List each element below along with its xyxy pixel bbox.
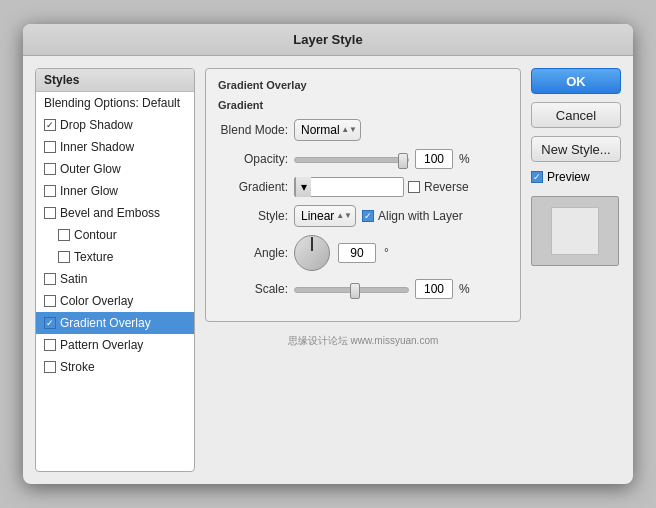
color-overlay-label: Color Overlay (60, 294, 133, 308)
angle-input[interactable] (338, 243, 376, 263)
dial-line (311, 237, 313, 251)
align-check-label: Align with Layer (362, 209, 463, 223)
reverse-label: Reverse (424, 180, 469, 194)
opacity-percent: % (459, 152, 470, 166)
pattern-overlay-label: Pattern Overlay (60, 338, 143, 352)
bevel-emboss-checkbox[interactable] (44, 207, 56, 219)
inner-shadow-label: Inner Shadow (60, 140, 134, 154)
sidebar-item-texture[interactable]: Texture (36, 246, 194, 268)
layer-style-dialog: Layer Style Styles Blending Options: Def… (23, 24, 633, 484)
style-select[interactable]: Linear (294, 205, 356, 227)
sidebar-item-contour[interactable]: Contour (36, 224, 194, 246)
cancel-button[interactable]: Cancel (531, 102, 621, 128)
dialog-title: Layer Style (23, 24, 633, 56)
stroke-label: Stroke (60, 360, 95, 374)
angle-row: Angle: ° (218, 235, 508, 271)
scale-input[interactable] (415, 279, 453, 299)
ok-button[interactable]: OK (531, 68, 621, 94)
sidebar-item-inner-glow[interactable]: Inner Glow (36, 180, 194, 202)
angle-row-inner: ° (294, 235, 389, 271)
preview-box (531, 196, 619, 266)
drop-shadow-checkbox[interactable] (44, 119, 56, 131)
gradient-row: Gradient: ▾ Reverse (218, 177, 508, 197)
main-content: Gradient Overlay Gradient Blend Mode: No… (205, 68, 521, 472)
blend-mode-row: Blend Mode: Normal (218, 119, 508, 141)
preview-inner (551, 207, 599, 255)
sidebar-item-bevel-emboss[interactable]: Bevel and Emboss (36, 202, 194, 224)
scale-row: Scale: % (218, 279, 508, 299)
contour-label: Contour (74, 228, 117, 242)
sidebar-item-pattern-overlay[interactable]: Pattern Overlay (36, 334, 194, 356)
gradient-overlay-label: Gradient Overlay (60, 316, 151, 330)
sidebar-header: Styles (36, 69, 194, 92)
pattern-overlay-checkbox[interactable] (44, 339, 56, 351)
blend-mode-select[interactable]: Normal (294, 119, 361, 141)
style-row: Style: Linear Align with Layer (218, 205, 508, 227)
gradient-dropdown-arrow[interactable]: ▾ (295, 177, 311, 197)
gradient-overlay-checkbox[interactable] (44, 317, 56, 329)
degree-symbol: ° (384, 246, 389, 260)
gradient-picker[interactable]: ▾ (294, 177, 404, 197)
sidebar: Styles Blending Options: Default Drop Sh… (35, 68, 195, 472)
texture-checkbox[interactable] (58, 251, 70, 263)
inner-glow-checkbox[interactable] (44, 185, 56, 197)
sidebar-item-drop-shadow[interactable]: Drop Shadow (36, 114, 194, 136)
panel-title: Gradient Overlay (218, 79, 508, 91)
watermark: 思缘设计论坛 www.missyuan.com (205, 330, 521, 350)
stroke-checkbox[interactable] (44, 361, 56, 373)
sidebar-item-gradient-overlay[interactable]: Gradient Overlay (36, 312, 194, 334)
blending-options-label: Blending Options: Default (44, 96, 180, 110)
contour-checkbox[interactable] (58, 229, 70, 241)
align-checkbox[interactable] (362, 210, 374, 222)
inner-shadow-checkbox[interactable] (44, 141, 56, 153)
opacity-label: Opacity: (218, 152, 288, 166)
right-panel: OK Cancel New Style... Preview (531, 68, 621, 472)
opacity-input[interactable] (415, 149, 453, 169)
sidebar-item-color-overlay[interactable]: Color Overlay (36, 290, 194, 312)
preview-checkbox[interactable] (531, 171, 543, 183)
opacity-slider-thumb[interactable] (398, 153, 408, 169)
sidebar-item-stroke[interactable]: Stroke (36, 356, 194, 378)
inner-glow-label: Inner Glow (60, 184, 118, 198)
gradient-row-inner: ▾ Reverse (294, 177, 469, 197)
bevel-emboss-label: Bevel and Emboss (60, 206, 160, 220)
sidebar-item-satin[interactable]: Satin (36, 268, 194, 290)
preview-label: Preview (547, 170, 590, 184)
style-row-inner: Linear Align with Layer (294, 205, 463, 227)
outer-glow-label: Outer Glow (60, 162, 121, 176)
preview-label-row: Preview (531, 170, 621, 184)
style-label: Style: (218, 209, 288, 223)
sidebar-item-blending-options[interactable]: Blending Options: Default (36, 92, 194, 114)
opacity-row: Opacity: % (218, 149, 508, 169)
color-overlay-checkbox[interactable] (44, 295, 56, 307)
satin-checkbox[interactable] (44, 273, 56, 285)
gradient-overlay-panel: Gradient Overlay Gradient Blend Mode: No… (205, 68, 521, 322)
reverse-checkbox[interactable] (408, 181, 420, 193)
drop-shadow-label: Drop Shadow (60, 118, 133, 132)
angle-label: Angle: (218, 246, 288, 260)
blend-mode-label: Blend Mode: (218, 123, 288, 137)
satin-label: Satin (60, 272, 87, 286)
opacity-slider-track[interactable] (294, 157, 409, 163)
scale-label: Scale: (218, 282, 288, 296)
scale-slider-thumb[interactable] (350, 283, 360, 299)
angle-dial[interactable] (294, 235, 330, 271)
reverse-check-label: Reverse (408, 180, 469, 194)
dialog-body: Styles Blending Options: Default Drop Sh… (23, 56, 633, 484)
align-label: Align with Layer (378, 209, 463, 223)
blend-mode-select-wrapper[interactable]: Normal (294, 119, 361, 141)
outer-glow-checkbox[interactable] (44, 163, 56, 175)
style-select-wrapper[interactable]: Linear (294, 205, 356, 227)
gradient-label: Gradient: (218, 180, 288, 194)
sidebar-item-inner-shadow[interactable]: Inner Shadow (36, 136, 194, 158)
sidebar-item-outer-glow[interactable]: Outer Glow (36, 158, 194, 180)
texture-label: Texture (74, 250, 113, 264)
scale-slider-track[interactable] (294, 287, 409, 293)
section-title: Gradient (218, 99, 508, 111)
new-style-button[interactable]: New Style... (531, 136, 621, 162)
scale-percent: % (459, 282, 470, 296)
